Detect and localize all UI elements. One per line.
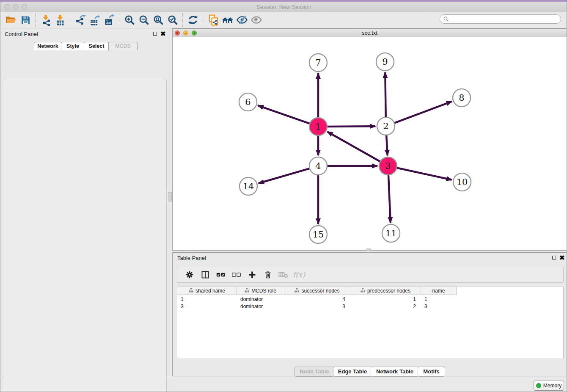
export-table-icon[interactable]: [88, 13, 102, 27]
cell-MCDS-role[interactable]: dominator: [237, 296, 283, 303]
network-view-window: ✕ − + scc.txt 1234678910111415: [172, 28, 567, 251]
graph-edge-2-9[interactable]: [385, 72, 385, 118]
table-tab-bar: Node TableEdge TableNetwork TableMotifs: [173, 367, 567, 377]
application-window: Session: New Session: [0, 0, 567, 392]
graph-edge-3-1[interactable]: [328, 132, 381, 162]
graph-node-label: 8: [459, 93, 464, 103]
cell-successor-nodes[interactable]: 3: [284, 303, 350, 310]
cell-shared-name[interactable]: 1: [177, 296, 235, 303]
search-input[interactable]: [440, 14, 561, 24]
graph-edge-3-10[interactable]: [396, 168, 452, 180]
close-panel-icon[interactable]: ✖: [160, 31, 166, 36]
control-panel-title: Control Panel: [5, 31, 38, 37]
float-panel-icon[interactable]: [153, 32, 157, 36]
cell-successor-nodes[interactable]: 4: [284, 296, 350, 303]
toolbar-separator: [182, 13, 183, 27]
control-panel-tabs: NetworkStyleSelectMCDS: [0, 42, 170, 50]
window-close-button[interactable]: [4, 4, 10, 10]
cell-predecessor-nodes[interactable]: 2: [350, 303, 421, 310]
import-network-icon[interactable]: [39, 13, 53, 27]
trash-icon[interactable]: [260, 268, 275, 281]
table-panel: Table Panel ✖ f(x): [172, 252, 567, 376]
graph-edge-2-3[interactable]: [386, 134, 388, 155]
memory-label: Memory: [543, 383, 561, 389]
tab-motifs[interactable]: Motifs: [418, 367, 445, 377]
select-all-checkboxes-icon[interactable]: [213, 268, 228, 281]
zoom-in-icon[interactable]: [122, 13, 137, 27]
tab-mcds[interactable]: MCDS: [108, 42, 138, 50]
memory-status-dot: [536, 383, 541, 388]
node-table[interactable]: shared nameMCDS rolesuccessor nodesprede…: [177, 287, 564, 358]
search-icon: [443, 16, 449, 24]
tab-network-table[interactable]: Network Table: [371, 367, 419, 377]
column-header-label: predecessor nodes: [367, 288, 410, 294]
table-panel-title: Table Panel: [177, 255, 206, 261]
eye-icon[interactable]: [249, 13, 264, 27]
title-bar[interactable]: Session: New Session: [0, 2, 567, 12]
window-minimize-button[interactable]: [13, 4, 19, 10]
graph-edge-1-2[interactable]: [326, 126, 375, 127]
cell-shared-name[interactable]: 3: [177, 303, 235, 310]
network-splitter-grip[interactable]: [366, 248, 371, 251]
graph-node-label: 11: [385, 228, 397, 238]
session-title: Session: New Session: [0, 2, 567, 12]
toolbar-separator: [70, 13, 71, 27]
cell-MCDS-role[interactable]: dominator: [237, 303, 283, 310]
tab-style[interactable]: Style: [61, 42, 85, 50]
tab-network[interactable]: Network: [34, 42, 62, 50]
import-table-icon[interactable]: [53, 13, 67, 27]
tab-edge-table[interactable]: Edge Table: [333, 367, 372, 377]
export-network-icon[interactable]: [73, 13, 88, 27]
column-header-shared-name[interactable]: shared name: [177, 287, 237, 295]
function-builder-icon: f(x): [291, 268, 307, 281]
save-session-icon[interactable]: [18, 13, 33, 27]
eye-slash-icon[interactable]: [235, 13, 249, 27]
cell-name[interactable]: 1: [421, 296, 455, 303]
network-minimize-button[interactable]: −: [183, 30, 188, 36]
network-close-button[interactable]: ✕: [175, 30, 180, 36]
zoom-fit-icon[interactable]: [151, 13, 165, 27]
network-maximize-button[interactable]: +: [192, 30, 197, 36]
zoom-selected-icon[interactable]: [165, 13, 180, 27]
graph-node-label: 3: [385, 161, 391, 171]
graph-edge-2-8[interactable]: [394, 102, 452, 124]
memory-button[interactable]: Memory: [534, 381, 564, 391]
network-canvas[interactable]: 1234678910111415: [173, 37, 567, 250]
cell-name[interactable]: 3: [421, 303, 455, 310]
column-header-successor-nodes[interactable]: successor nodes: [284, 287, 350, 295]
graph-edge-3-11[interactable]: [388, 174, 391, 223]
graph-edge-4-14[interactable]: [259, 168, 311, 183]
gear-icon[interactable]: [182, 268, 197, 281]
houses-icon[interactable]: [220, 13, 235, 27]
export-image-icon[interactable]: [102, 13, 116, 27]
network-window-titlebar[interactable]: ✕ − + scc.txt: [173, 29, 567, 37]
toolbar-separator: [119, 13, 120, 27]
column-header-name[interactable]: name: [421, 287, 457, 295]
zoom-out-icon[interactable]: [137, 13, 151, 27]
search-field: [440, 14, 561, 24]
deselect-all-checkboxes-icon[interactable]: [228, 268, 244, 281]
graph-node-label: 9: [382, 57, 388, 67]
panel-splitter-grip[interactable]: [168, 192, 172, 202]
graph-node-label: 1: [315, 121, 321, 132]
column-type-icon: [189, 288, 193, 294]
refresh-layout-icon[interactable]: [186, 13, 200, 27]
column-header-label: name: [432, 288, 445, 294]
open-session-icon[interactable]: [4, 13, 18, 27]
column-header-label: shared name: [195, 288, 225, 294]
graph-edge-1-6[interactable]: [258, 105, 311, 124]
column-header-MCDS-role[interactable]: MCDS role: [237, 287, 284, 295]
float-table-panel-icon[interactable]: [552, 256, 556, 259]
tab-select[interactable]: Select: [84, 42, 109, 50]
cell-predecessor-nodes[interactable]: 1: [350, 296, 421, 303]
close-table-panel-icon[interactable]: ✖: [559, 255, 565, 260]
column-header-label: successor nodes: [301, 288, 339, 294]
mcds-tab-content: [4, 78, 167, 392]
column-header-predecessor-nodes[interactable]: predecessor nodes: [350, 287, 421, 295]
add-column-icon[interactable]: [244, 268, 260, 281]
columns-icon[interactable]: [197, 268, 213, 281]
column-type-icon: [361, 288, 365, 294]
tab-node-table[interactable]: Node Table: [295, 367, 334, 377]
duplicate-network-icon[interactable]: [206, 13, 220, 27]
window-zoom-button[interactable]: [21, 4, 27, 10]
